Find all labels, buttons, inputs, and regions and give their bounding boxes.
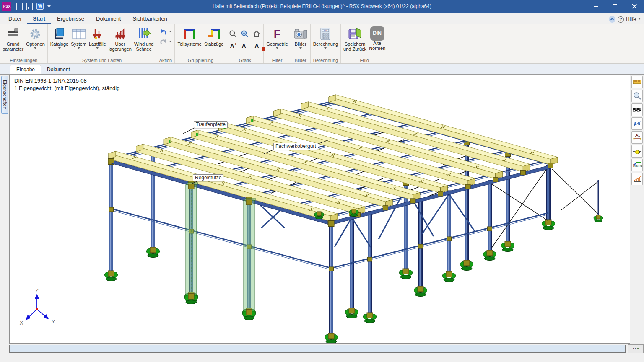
bilder-dropdown-icon: [299, 47, 302, 50]
din-icon: DIN: [370, 26, 384, 41]
scale-pattern-icon[interactable]: [631, 103, 643, 116]
axis-z-label: Z: [35, 287, 39, 294]
load-fan-icon: [112, 26, 127, 41]
stabzuege-button[interactable]: Stabzüge: [203, 25, 225, 57]
zoom-home-button[interactable]: [251, 28, 262, 39]
geometrie-button[interactable]: F Geometrie: [265, 25, 289, 57]
axis-x-label: X: [20, 320, 23, 326]
optionen-button[interactable]: Optionen: [25, 25, 46, 57]
wind-snow-icon: [136, 26, 151, 41]
redo-button[interactable]: [158, 38, 173, 46]
berechnung-dropdown-icon: [324, 47, 327, 50]
group-label: Bilder: [291, 58, 310, 63]
close-button[interactable]: [625, 0, 644, 13]
tab-dokument-view[interactable]: Dokument: [41, 65, 76, 74]
tab-datei[interactable]: Datei: [3, 13, 27, 24]
annotation-fachwerkobergurt: Fachwerkobergurt: [273, 143, 318, 150]
member-name-icon[interactable]: Name: [631, 159, 643, 171]
speichern-und-zurueck-button[interactable]: Speichern und Zurück: [342, 25, 368, 57]
zoom-icon[interactable]: [631, 90, 643, 102]
tab-eingabe[interactable]: Eingabe: [10, 65, 41, 74]
quick-access-toolbar: W: [16, 3, 51, 10]
document-tab-bar: Eingabe Dokument: [0, 64, 644, 75]
home-icon: [252, 30, 261, 38]
ribbon: Grund parameter Optionen Einstellungen K…: [0, 24, 644, 64]
group-label: Frilo: [341, 58, 388, 63]
group-label: Grafik: [226, 58, 263, 63]
ueberlagerungen-button[interactable]: Über lagerungen: [107, 25, 133, 57]
zoom-window-button[interactable]: [239, 28, 250, 39]
model-canvas[interactable]: ZXY DIN EN 1993-1-1/NA:2015-08 1 Eigenge…: [9, 75, 630, 344]
group-berechnung: 123 Berechnung Berechnung: [311, 24, 341, 63]
kataloge-dropdown-icon: [58, 47, 61, 50]
calculator-icon: 123: [319, 26, 331, 41]
help-label[interactable]: Hilfe: [626, 16, 636, 22]
undo-dropdown-icon: [169, 31, 171, 34]
group-label: Aktion: [156, 58, 174, 63]
ruler-icon[interactable]: [631, 76, 643, 88]
save-icon[interactable]: [26, 3, 33, 10]
svg-text:5: 5: [636, 134, 639, 138]
tab-start[interactable]: Start: [27, 13, 51, 24]
zoom-search-button[interactable]: [228, 28, 239, 39]
window-title: Halle mit Seitendach (Projekt: Beispiele…: [0, 3, 644, 9]
group-label: Berechnung: [311, 58, 340, 63]
font-increase-button[interactable]: A+: [228, 40, 239, 51]
tab-sichtbarkeiten[interactable]: Sichtbarkeiten: [127, 13, 173, 24]
group-grafik: A+ A− A Grafik: [226, 24, 264, 63]
undo-button[interactable]: [158, 28, 173, 36]
help-dropdown-icon[interactable]: [638, 18, 641, 21]
group-aktion: Aktion: [156, 24, 175, 63]
load-display-icon[interactable]: [631, 173, 643, 185]
kataloge-button[interactable]: Kataloge: [49, 25, 70, 57]
teilsysteme-button[interactable]: Teilsysteme: [176, 25, 203, 57]
group-gruppierung: Teilsysteme Stabzüge Gruppierung: [175, 24, 226, 63]
ribbon-tab-bar: Datei Start Ergebnisse Dokument Sichtbar…: [0, 13, 644, 24]
magnifier-icon: [229, 30, 237, 38]
collapse-ribbon-icon[interactable]: [609, 16, 615, 23]
tab-ergebnisse[interactable]: Ergebnisse: [51, 13, 90, 24]
group-label: System und Lasten: [48, 58, 156, 63]
group-bilder: Bilder Bilder: [291, 24, 311, 63]
new-document-icon[interactable]: [16, 3, 23, 10]
font-decrease-button[interactable]: A−: [239, 40, 250, 51]
quick-access-dropdown-icon[interactable]: [47, 4, 51, 9]
minimize-button[interactable]: [586, 0, 605, 13]
book-icon: [53, 26, 66, 41]
base-parameters-icon: [6, 26, 20, 41]
alte-normen-button[interactable]: DIN Alte Normen: [368, 25, 387, 57]
tab-dokument[interactable]: Dokument: [90, 13, 127, 24]
title-bar: RSX W Halle mit Seitendach (Projekt: Bei…: [0, 0, 644, 13]
structure-3d-view[interactable]: ZXY: [10, 75, 630, 344]
camera-icon: [293, 26, 308, 41]
scroll-options-button[interactable]: [628, 344, 644, 353]
redo-dropdown-icon: [169, 41, 171, 44]
wind-und-schnee-button[interactable]: Wind und Schnee: [133, 25, 155, 57]
norm-text: DIN EN 1993-1-1/NA:2015-08: [14, 78, 87, 84]
dimension-icon[interactable]: 5: [631, 131, 643, 144]
save-return-icon: [347, 26, 363, 41]
berechnung-button[interactable]: 123 Berechnung: [312, 25, 339, 57]
word-export-icon[interactable]: W: [36, 3, 44, 10]
annotation-regelstuetze: Regelstütze: [193, 174, 223, 181]
help-icon[interactable]: ?: [618, 16, 624, 23]
frame-teilsysteme-icon: [181, 26, 198, 41]
load-arrows-icon: [91, 26, 104, 41]
maximize-button[interactable]: [605, 0, 625, 13]
eigenschaften-panel-tab[interactable]: Eigenschaften: [1, 76, 8, 114]
bilder-button[interactable]: Bilder: [292, 25, 309, 57]
system-button[interactable]: System: [70, 25, 88, 57]
font-color-button[interactable]: A: [251, 40, 262, 51]
steel-profile-icon[interactable]: [631, 117, 643, 130]
lastfaelle-button[interactable]: Lastfälle: [88, 25, 107, 57]
left-panel-strip: Eigenschaften: [0, 75, 9, 344]
horizontal-scrollbar[interactable]: [9, 345, 626, 353]
node-icon[interactable]: [631, 145, 643, 158]
axis-y-label: Y: [52, 318, 55, 325]
grundparameter-button[interactable]: Grund parameter: [1, 25, 25, 57]
redo-icon: [159, 38, 168, 46]
rsx-app-icon[interactable]: RSX: [2, 2, 11, 11]
optionen-dropdown-icon: [34, 47, 36, 50]
loadcase-text: 1 Eigengewicht, (mit Eigengewicht), stän…: [14, 85, 119, 91]
group-system-und-lasten: Kataloge System Lastfälle Über lagerunge…: [48, 24, 157, 63]
